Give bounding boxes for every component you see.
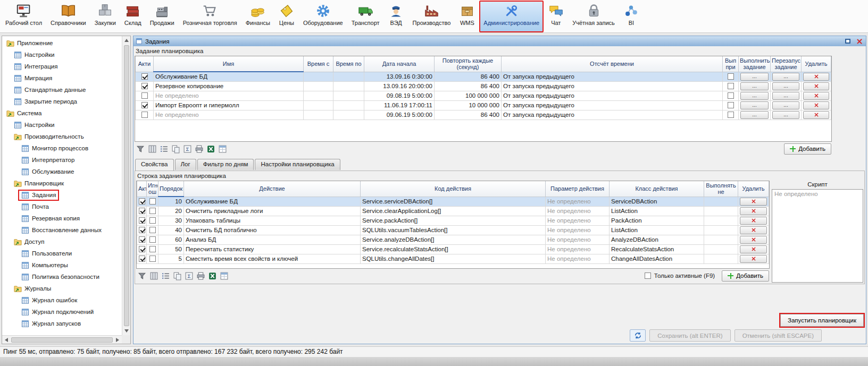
cell[interactable] (333, 81, 364, 91)
report-icon[interactable] (218, 144, 227, 154)
cell[interactable]: 09.06.19 5:00:00 (364, 110, 435, 120)
cell[interactable]: 10 (158, 197, 184, 206)
cell[interactable] (738, 244, 769, 254)
task-row[interactable]: Импорт Евроопт и гипермолл11.06.19 17:00… (136, 100, 831, 110)
cell[interactable]: Очистить БД потаблично (184, 225, 361, 235)
toolbar-item-account[interactable]: Учётная запись (568, 1, 619, 32)
filter-icon[interactable] (138, 271, 147, 280)
cell[interactable]: SQLUtils.changeAllDates[] (361, 254, 546, 263)
cell[interactable]: От запуска предыдущего (502, 81, 723, 91)
cell[interactable] (738, 197, 769, 206)
restart-task-button[interactable]: ... (772, 73, 799, 81)
cell[interactable]: От запуска предыдущего (502, 100, 723, 110)
action-row[interactable]: 30Упаковать таблицыService.packAction[]Н… (137, 216, 769, 225)
cell[interactable]: ChangeAllDatesAction (610, 254, 704, 263)
column-header[interactable]: Класс действия (610, 181, 704, 197)
cell[interactable] (147, 225, 158, 235)
toolbar-item-bi[interactable]: BI (619, 1, 644, 32)
sidebar-item-tasks[interactable]: Задания (2, 189, 122, 201)
execute-task-button[interactable]: ... (740, 92, 769, 100)
cell[interactable]: ... (771, 81, 802, 91)
cell[interactable] (137, 197, 147, 206)
cell[interactable]: RecalculateStatsAction (610, 244, 704, 254)
cell[interactable] (723, 81, 739, 91)
cell[interactable]: От запуска предыдущего (502, 91, 723, 100)
cell[interactable]: Обслуживание БД (184, 197, 361, 206)
column-header[interactable]: Удалить (738, 181, 769, 197)
toolbar-item-transport[interactable]: Транспорт (347, 1, 384, 32)
cell[interactable]: Упаковать таблицы (184, 216, 361, 225)
delete-task-button[interactable] (803, 73, 829, 81)
cell[interactable]: 100 000 000 (435, 91, 502, 100)
delete-action-button[interactable] (740, 198, 767, 206)
cell[interactable]: 13.09.16 0:30:00 (364, 72, 435, 81)
delete-task-button[interactable] (803, 101, 829, 109)
toolbar-item-desktop[interactable]: Рабочий стол (1, 1, 46, 32)
scroll-down-icon[interactable] (122, 327, 131, 335)
execute-task-button[interactable]: ... (740, 101, 769, 109)
task-active-checkbox[interactable] (141, 92, 148, 99)
cell[interactable]: От запуска предыдущего (502, 110, 723, 120)
sidebar-item-computers[interactable]: Компьютеры (2, 259, 122, 271)
sidebar-item-access[interactable]: Доступ (2, 236, 122, 248)
task-run-checkbox[interactable] (728, 112, 734, 118)
column-header[interactable]: Акти (137, 181, 147, 197)
cell[interactable] (147, 216, 158, 225)
column-header[interactable]: Имя (154, 56, 304, 72)
toolbar-item-references[interactable]: Справочники (46, 1, 90, 32)
horizontal-scroll-thumb[interactable] (11, 337, 113, 343)
cell[interactable]: Service.clearApplicationLog[] (361, 206, 546, 216)
column-header[interactable]: Выполнить задание (739, 56, 771, 72)
cell[interactable] (704, 235, 738, 244)
toolbar-item-ved[interactable]: ВЭД (384, 1, 408, 32)
cell[interactable]: ListAction (610, 206, 704, 216)
task-run-checkbox[interactable] (728, 92, 734, 99)
action-active-checkbox[interactable] (139, 208, 145, 214)
sidebar-item-performance[interactable]: Производительность (2, 131, 122, 142)
cell[interactable]: 11.06.19 17:00:11 (364, 100, 435, 110)
scroll-up-icon[interactable] (122, 36, 131, 45)
action-row[interactable]: 10Обслуживание БДService.serviceDBAction… (137, 197, 769, 206)
copy-icon[interactable] (171, 144, 180, 154)
cell[interactable]: ... (739, 110, 771, 120)
refresh-button[interactable] (630, 329, 646, 342)
cell[interactable]: Service.packAction[] (361, 216, 546, 225)
action-active-checkbox[interactable] (139, 217, 145, 224)
report-icon[interactable] (220, 271, 229, 280)
action-row[interactable]: 60Анализ БДService.analyzeDBAction[]Не о… (137, 235, 769, 244)
cell[interactable]: SQLUtils.vacuumTablesAction[] (361, 225, 546, 235)
cell[interactable]: Service.recalculateStatsAction[] (361, 244, 546, 254)
cell[interactable]: Не определено (546, 254, 610, 263)
cell[interactable]: AnalyzeDBAction (610, 235, 704, 244)
cell[interactable]: 40 (158, 225, 184, 235)
cell[interactable]: PackAction (610, 216, 704, 225)
run-scheduler-button[interactable]: Запустить планировщик (780, 314, 864, 327)
scroll-left-icon[interactable] (2, 336, 11, 344)
column-header[interactable]: Акти (136, 56, 154, 72)
cell[interactable]: 86 400 (435, 72, 502, 81)
copy-icon[interactable] (173, 271, 182, 280)
column-header[interactable]: Отсчёт времени (502, 56, 723, 72)
cell[interactable] (137, 216, 147, 225)
sidebar-item-launch-log[interactable]: Журнал запусков (2, 318, 122, 329)
cell[interactable]: Сместить время всех свойств и ключей (184, 254, 361, 263)
columns-icon[interactable] (148, 144, 157, 154)
cell[interactable] (304, 81, 333, 91)
cell[interactable] (147, 254, 158, 263)
cell[interactable]: 10 000 000 (435, 100, 502, 110)
cell[interactable] (333, 110, 364, 120)
cell[interactable] (802, 100, 831, 110)
cell[interactable] (136, 72, 154, 81)
cell[interactable] (738, 254, 769, 263)
cell[interactable] (304, 110, 333, 120)
columns-icon[interactable] (149, 271, 158, 280)
excel-icon[interactable] (206, 144, 215, 154)
action-ignore-checkbox[interactable] (149, 246, 156, 252)
cell[interactable] (723, 100, 739, 110)
cell[interactable] (723, 91, 739, 100)
delete-task-button[interactable] (803, 111, 829, 119)
sidebar-item-application[interactable]: Приложение (2, 37, 122, 49)
cell[interactable] (333, 72, 364, 81)
execute-task-button[interactable]: ... (740, 82, 769, 90)
cell[interactable] (136, 81, 154, 91)
